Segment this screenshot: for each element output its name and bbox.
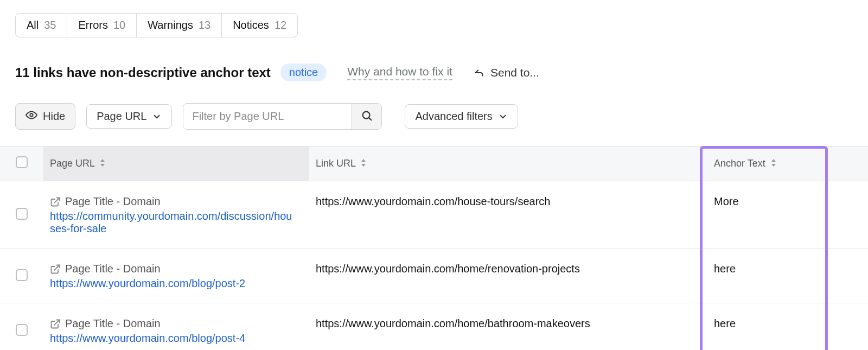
advanced-filters-label: Advanced filters [415,110,492,123]
header-page-url[interactable]: Page URL [43,147,309,181]
page-url-link[interactable]: https://www.yourdomain.com/blog/post-2 [50,277,294,290]
advanced-filters-button[interactable]: Advanced filters [405,104,518,129]
svg-line-10 [54,265,59,270]
search-button[interactable] [352,104,381,129]
page-title: Page Title - Domain [65,195,161,208]
row-checkbox[interactable] [16,269,28,281]
issues-table: Page URL Link URL Anchor Text [0,146,868,350]
svg-marker-3 [100,159,105,162]
why-how-to-fix-link[interactable]: Why and how to fix it [347,65,452,80]
external-link-icon [50,264,61,275]
filter-tab-count: 10 [113,19,125,31]
svg-marker-7 [771,159,776,162]
row-checkbox[interactable] [16,208,28,220]
page-url-selector-label: Page URL [97,110,146,123]
svg-line-2 [369,118,372,120]
hide-button[interactable]: Hide [15,103,75,130]
filter-tab-label: All [27,19,39,31]
external-link-icon [50,319,61,329]
filter-tab-all[interactable]: All 35 [16,14,67,37]
select-all-checkbox[interactable] [16,156,28,168]
svg-point-0 [30,113,33,117]
hide-label: Hide [43,110,65,123]
page-url-selector[interactable]: Page URL [86,104,172,129]
header-link-url-label: Link URL [316,158,355,169]
page-url-link[interactable]: https://community.yourdomain.com/discuss… [50,210,294,235]
filter-tab-count: 12 [275,19,286,31]
anchor-text-cell: More [700,181,868,249]
search-icon [361,110,373,123]
toolbar: Hide Page URL Advanced filters [15,103,855,130]
filter-tab-count: 13 [199,19,210,31]
table-row: Page Title - Domain https://www.yourdoma… [0,303,868,351]
filter-tabs: All 35 Errors 10 Warnings 13 Notices 12 [15,13,298,37]
anchor-text-cell: here [700,303,868,351]
sort-icon [770,158,777,169]
filter-tab-notices[interactable]: Notices 12 [222,14,297,37]
share-arrow-icon [473,67,485,79]
svg-line-9 [54,198,59,202]
issue-title: 11 links have non-descriptive anchor tex… [15,65,271,80]
external-link-icon [50,196,61,207]
svg-line-11 [54,320,59,324]
filter-tab-label: Errors [78,19,107,31]
header-anchor-label: Anchor Text [714,158,765,169]
header-checkbox-cell [0,147,43,181]
send-to-button[interactable]: Send to... [473,66,539,79]
page-title: Page Title - Domain [65,263,161,275]
filter-tab-label: Notices [233,19,269,31]
svg-marker-8 [771,164,776,167]
sort-icon [360,158,367,169]
page-url-link[interactable]: https://www.yourdomain.com/blog/post-4 [50,332,294,345]
row-checkbox[interactable] [16,324,28,336]
link-url-cell: https://www.yourdomain.com/house-tours/s… [309,181,700,249]
eye-icon [25,109,37,124]
filter-tab-count: 35 [44,19,56,31]
sort-icon [99,158,106,169]
issue-header: 11 links have non-descriptive anchor tex… [15,63,855,81]
link-url-cell: https://www.yourdomain.com/home/renovati… [309,249,700,303]
send-to-label: Send to... [490,66,539,79]
link-url-cell: https://www.yourdomain.com/home/bathroom… [309,303,700,351]
header-link-url[interactable]: Link URL [309,147,700,181]
issues-table-wrap: Page URL Link URL Anchor Text [0,146,868,350]
header-anchor-text[interactable]: Anchor Text [700,147,868,181]
chevron-down-icon [498,112,508,122]
table-row: Page Title - Domain https://www.yourdoma… [0,249,868,303]
svg-marker-4 [100,164,105,167]
filter-tab-warnings[interactable]: Warnings 13 [137,14,222,37]
filter-tab-label: Warnings [148,19,193,31]
page-title: Page Title - Domain [65,317,161,330]
table-row: Page Title - Domain https://community.yo… [0,181,868,249]
svg-marker-5 [361,159,366,162]
chevron-down-icon [152,112,162,122]
header-page-url-label: Page URL [50,158,94,169]
anchor-text-cell: here [700,249,868,303]
svg-marker-6 [361,164,366,167]
filter-tab-errors[interactable]: Errors 10 [67,14,137,37]
filter-input[interactable] [183,104,352,129]
issue-badge: notice [280,63,327,81]
filter-input-group [183,103,382,130]
